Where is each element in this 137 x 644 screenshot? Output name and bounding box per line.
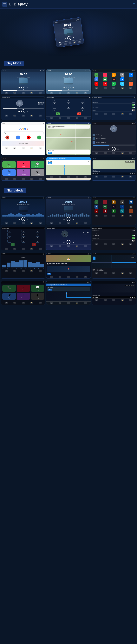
da-app-waze[interactable]: W [120,82,124,86]
dg-youtube[interactable]: ▶ [27,136,30,140]
nbc-7[interactable]: 7 [8,236,11,239]
dcp-podcasts[interactable]: 🎙 Podcasts [17,169,30,176]
nbc-end[interactable]: 📵 [32,243,36,246]
ncp-podcasts[interactable]: 🎙 Podcasts [17,293,30,300]
dcp-maps[interactable]: 🗺 Maps [2,169,16,176]
nbc-8[interactable]: 8 [22,236,25,239]
dbc-0[interactable]: 0 [67,109,70,112]
na-weather[interactable]: ☁ [120,205,124,208]
da-app-extra[interactable]: + [129,82,133,86]
ncp-phone[interactable]: 📞 Phone [2,285,16,292]
dg-search-bar[interactable]: 🔍 [3,131,44,134]
da-app-msg[interactable]: 💬 [103,77,107,81]
dbc-5[interactable]: 5 [67,102,70,105]
dso-play[interactable]: ▶ [112,147,116,151]
nbc-5[interactable]: 5 [22,233,25,236]
ncp-settings[interactable]: ⚙ Settings [31,293,44,300]
na-netflix[interactable]: N [103,209,107,213]
na-extra[interactable]: + [129,209,133,213]
nbs-aa-toggle[interactable] [132,234,135,236]
menu-icon[interactable] [2,2,7,7]
nav-icon[interactable]: ≡ [133,2,135,6]
hero-play-btn[interactable]: ⏸ [67,36,72,40]
dbs-power-toggle[interactable] [132,109,135,111]
dbc-7[interactable]: 7 [52,106,56,108]
nbc-4[interactable]: 4 [8,233,11,236]
na-car[interactable]: 🚗 [112,205,116,208]
dbc-star[interactable]: * [52,109,56,112]
na-spotify[interactable]: S [112,209,116,213]
nm1-time: 20:08 [1,199,45,204]
da-app-photos[interactable]: 🖼 [112,73,116,77]
dbc-9[interactable]: 9 [81,106,84,108]
na-settings[interactable]: ⚙ [120,200,124,204]
da-app-weather[interactable]: ☁ [120,77,124,81]
dcp-messages[interactable]: 💬 Messages [31,161,44,168]
nnt-go[interactable]: GO [48,289,52,290]
na-waze[interactable]: W [120,209,124,213]
da-app-music[interactable]: ♪ [103,73,107,77]
dcp-music[interactable]: ♪ Music [17,161,30,168]
dcp-phone[interactable]: 📞 Phone [2,161,16,168]
dg-gmail[interactable]: ✉ [6,136,9,140]
dbc-4[interactable]: 4 [52,102,56,105]
nm2-play[interactable]: ⏸ [66,217,70,221]
dcp-settings[interactable]: ⚙ Settings [31,169,44,176]
nbc-row1: 1 2 3 [2,230,44,232]
ncp-maps[interactable]: 🗺 Maps [2,293,16,300]
ncp-messages[interactable]: 💬 Messages [31,285,44,292]
da-app-netflix[interactable]: N [103,82,107,86]
nbc-call[interactable]: 📞 [11,243,14,246]
night-bt-music: Bluetooth_Music ✕ ♪ Music Title Music Al… [46,227,90,250]
da-app-camera[interactable]: 📷 [129,77,133,81]
dm-go-btn[interactable]: GO [48,152,52,154]
dg-maps[interactable]: 📍 [37,136,41,140]
dbc-endcall[interactable]: 📵 [77,112,81,115]
da-app-maps[interactable]: 🗺 [94,77,98,81]
nbm-play[interactable]: ⏸ [66,240,70,244]
nbc-3[interactable]: 3 [36,230,39,232]
dnt-go[interactable]: GO [48,162,52,164]
dbc-8[interactable]: 8 [67,106,70,108]
dbc-call[interactable]: 📞 [56,112,60,115]
da-app-settings[interactable]: ⚙ [120,73,124,77]
na-maps[interactable]: 🗺 [94,205,98,208]
dbc-2[interactable]: 2 [67,99,70,102]
nnp-play[interactable]: ▶ [132,297,133,298]
nbc-star[interactable]: * [8,240,11,242]
dnp-play[interactable]: ▶ [132,173,133,174]
na-camera[interactable]: 📷 [129,205,133,208]
da-app-phone[interactable]: 📞 [94,73,98,77]
dbc-6[interactable]: 6 [81,102,84,105]
nbc-1[interactable]: 1 [8,230,11,232]
nbc-6[interactable]: 6 [36,233,39,236]
nbc-0[interactable]: 0 [22,240,25,242]
dm1-play[interactable]: ⏸ [22,86,25,90]
ncp-music[interactable]: ♪ Music [17,285,30,292]
da-app-spotify[interactable]: S [112,82,116,86]
da-app-bt[interactable]: BT [129,73,133,77]
dbs-ac-toggle[interactable] [132,106,135,108]
nbc-9[interactable]: 9 [36,236,39,239]
dbc-hash[interactable]: # [81,109,84,112]
da-app-youtube[interactable]: ▶ [94,82,98,86]
nf-go[interactable]: GO [47,273,51,274]
dbm-play[interactable]: ⏸ [22,110,25,113]
nm1-play[interactable]: ⏸ [22,217,25,221]
dg-drive[interactable]: △ [16,136,20,140]
nbc-2[interactable]: 2 [22,230,25,232]
na-phone[interactable]: 📞 [94,200,98,204]
na-photos[interactable]: 🖼 [112,200,116,204]
nbs-power-toggle[interactable] [132,240,135,242]
dbc-1[interactable]: 1 [52,99,56,102]
na-bt[interactable]: BT [129,200,133,204]
na-youtube[interactable]: ▶ [94,209,98,213]
na-music[interactable]: ♪ [103,200,107,204]
dbs-aa-toggle[interactable] [132,104,135,106]
dm2-play[interactable]: ⏸ [66,86,70,90]
da-app-car[interactable]: 🚗 [112,77,116,81]
nbs-ac-toggle[interactable] [132,237,135,239]
nbc-hash[interactable]: # [36,240,39,242]
dbc-3[interactable]: 3 [81,99,84,102]
na-msg[interactable]: 💬 [103,205,107,208]
